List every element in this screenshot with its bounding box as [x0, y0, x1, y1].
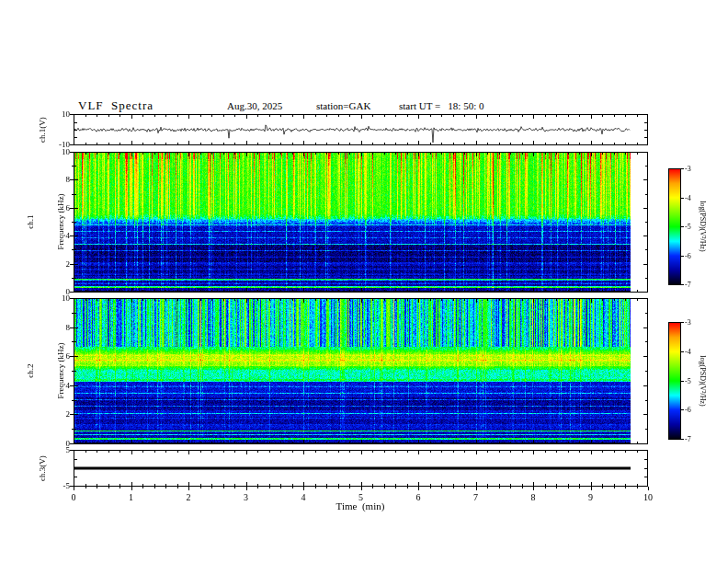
ch1-colorbar-tick-label: -4	[685, 193, 691, 201]
ch1-colorbar-tick-label: -6	[685, 251, 691, 259]
ch3-voltage-axis-label: ch.3(V)	[38, 455, 48, 481]
ch2-colorbar-tick-label: -7	[685, 435, 691, 443]
ch1-frequency-axis-label-line1: ch.1	[26, 193, 36, 249]
x-tick-label: 4	[301, 492, 306, 502]
ch2-frequency-axis-label-line1: ch.2	[26, 342, 36, 398]
ch2-colorbar-tick-label: -4	[685, 347, 691, 355]
ch2-colorbar-label: log(PSD)(V²/Hz)	[699, 355, 707, 406]
x-tick-label: 1	[129, 492, 133, 502]
x-tick-label: 6	[416, 492, 421, 502]
ch1-colorbar-label: log(PSD)(V²/Hz)	[699, 201, 707, 251]
ch3-volt-tick-label: -5	[63, 481, 71, 490]
x-tick-label: 8	[531, 492, 536, 502]
x-tick-label: 10	[643, 492, 653, 502]
ch1-freq-tick-label: 2	[66, 259, 71, 269]
x-tick-label: 2	[187, 492, 191, 502]
ch3-volt-tick-label: 5	[66, 445, 71, 454]
ch1-volt-tick-label: 10	[62, 109, 70, 119]
ch1-frequency-axis-label: ch.1 Frequency (kHz)	[6, 193, 86, 249]
ch1-colorbar-tick-label: -5	[685, 223, 691, 231]
ch1-volt-tick-label: -10	[59, 140, 70, 149]
ch1-freq-tick-label: 8	[66, 175, 71, 184]
ch2-freq-tick-label: 2	[66, 409, 71, 419]
ch2-freq-tick-label: 4	[66, 381, 71, 390]
ch1-freq-tick-label: 4	[66, 231, 71, 240]
ch2-freq-tick-label: 8	[66, 323, 71, 332]
x-tick-label: 5	[358, 492, 363, 502]
ch1-colorbar-tick-label: -7	[685, 281, 691, 289]
ch1-colorbar-tick-label: -3	[685, 165, 691, 173]
vlf-spectra-figure: VLF Spectra Aug.30, 2025 station=GAK sta…	[0, 0, 728, 563]
ch1-voltage-axis-label: ch.1(V)	[38, 117, 48, 143]
ch2-colorbar-tick-label: -5	[685, 376, 691, 385]
ch2-colorbar-tick-label: -3	[685, 318, 691, 327]
time-axis-label: Time (min)	[336, 500, 385, 511]
x-tick-label: 7	[473, 492, 478, 502]
ch1-frequency-axis-label-line2: Frequency (kHz)	[56, 193, 66, 249]
ch2-freq-tick-label: 10	[62, 293, 70, 303]
x-tick-label: 9	[588, 492, 593, 502]
x-tick-label: 0	[72, 492, 76, 502]
ch2-frequency-axis-label: ch.2 Frequency (kHz)	[6, 342, 86, 398]
ch1-freq-tick-label: 6	[66, 203, 71, 213]
x-tick-label: 3	[244, 492, 248, 502]
ch2-frequency-axis-label-line2: Frequency (kHz)	[56, 342, 66, 398]
ch2-freq-tick-label: 6	[66, 351, 71, 361]
ch2-colorbar-tick-label: -6	[685, 406, 691, 414]
axis-ticks-overlay	[0, 0, 728, 563]
